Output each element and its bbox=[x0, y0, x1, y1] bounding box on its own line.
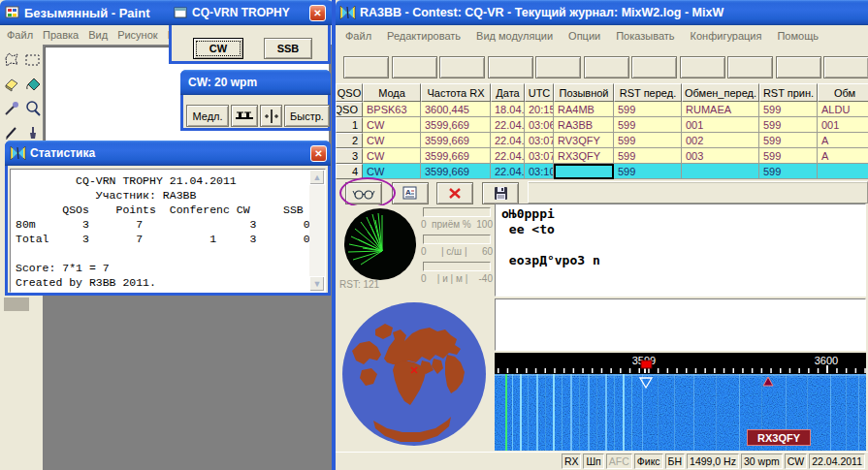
log-rownum[interactable]: 1 bbox=[336, 117, 363, 133]
blank-field-button[interactable] bbox=[439, 56, 485, 78]
log-cell[interactable]: CW bbox=[363, 148, 421, 164]
log-cell[interactable]: 18.04. bbox=[491, 102, 525, 117]
blank-field-button[interactable] bbox=[776, 56, 821, 78]
tx-pane[interactable] bbox=[495, 298, 866, 351]
status-fix[interactable]: Фикс bbox=[634, 454, 663, 469]
log-cell[interactable]: 22.04. bbox=[491, 117, 525, 133]
log-cell[interactable]: 599 bbox=[614, 102, 682, 117]
log-cell[interactable]: 599 bbox=[614, 133, 682, 148]
mixw-menu-options[interactable]: Опции bbox=[563, 30, 606, 42]
globe-map[interactable] bbox=[340, 300, 488, 448]
tool-magnifier[interactable] bbox=[24, 100, 42, 119]
save-qso-button[interactable] bbox=[482, 182, 519, 204]
trophy-cw-button[interactable]: CW bbox=[193, 38, 243, 59]
log-cell[interactable]: 03:07 bbox=[525, 133, 554, 148]
log-cell[interactable]: 599 bbox=[759, 133, 818, 148]
tool-eyedropper[interactable] bbox=[3, 100, 20, 119]
log-cell[interactable]: 03:06 bbox=[525, 117, 554, 133]
log-cell[interactable]: RUMAEA bbox=[682, 102, 759, 117]
status-shp[interactable]: Шп bbox=[583, 454, 603, 469]
status-mode[interactable]: CW bbox=[785, 454, 808, 469]
log-rownum[interactable]: 4 bbox=[336, 164, 363, 179]
paint-menu-view[interactable]: Вид bbox=[83, 29, 113, 41]
log-cell[interactable]: RA4MB bbox=[554, 102, 614, 117]
stats-scrollbar[interactable]: ▲ ▼ bbox=[309, 170, 325, 292]
mixw-menu-show[interactable]: Показывать bbox=[610, 30, 680, 42]
blank-field-button[interactable] bbox=[823, 56, 868, 78]
keyer-manual-button[interactable] bbox=[260, 105, 282, 127]
log-cell[interactable]: 20:15 bbox=[525, 102, 554, 117]
log-rownum[interactable]: 2 bbox=[336, 133, 363, 148]
log-cell[interactable] bbox=[818, 164, 868, 179]
log-cell[interactable]: 599 bbox=[614, 164, 682, 179]
log-header-3[interactable]: Дата bbox=[491, 83, 525, 102]
log-cell[interactable]: 22.04. bbox=[491, 133, 525, 148]
mixw-menu-help[interactable]: Помощь bbox=[771, 30, 824, 42]
log-cell[interactable]: CW bbox=[363, 117, 421, 133]
mixw-menu-edit[interactable]: Редактировать bbox=[381, 30, 466, 42]
log-header-2[interactable]: Частота RX bbox=[421, 83, 491, 102]
blank-field-button[interactable] bbox=[343, 56, 389, 78]
log-header-7[interactable]: Обмен_перед. bbox=[682, 83, 759, 102]
log-cell[interactable]: RV3QFY bbox=[554, 133, 614, 148]
waterfall[interactable]: 3599 3600 RX3QFY bbox=[495, 353, 866, 451]
tool-eraser[interactable] bbox=[3, 76, 20, 95]
status-bn[interactable]: БН bbox=[665, 454, 685, 469]
blank-field-button[interactable] bbox=[392, 56, 437, 78]
trophy-ssb-button[interactable]: SSB bbox=[264, 38, 312, 59]
log-cell[interactable]: 599 bbox=[614, 117, 682, 133]
log-header-4[interactable]: UTC bbox=[525, 83, 554, 102]
status-rx[interactable]: RX bbox=[562, 454, 582, 469]
delete-qso-button[interactable] bbox=[436, 182, 473, 204]
blank-field-button[interactable] bbox=[631, 56, 677, 78]
log-cell[interactable]: RX3QFY bbox=[554, 148, 614, 164]
log-cell[interactable]: 3599,669 bbox=[421, 164, 491, 179]
scroll-up-button[interactable]: ▲ bbox=[309, 170, 325, 185]
status-wpm[interactable]: 30 wpm bbox=[741, 454, 783, 469]
log-header-6[interactable]: RST перед. bbox=[614, 83, 682, 102]
status-afc[interactable]: AFC bbox=[606, 454, 632, 469]
log-cell[interactable]: 03:10 bbox=[525, 164, 554, 179]
log-cell[interactable]: 3599,669 bbox=[421, 148, 491, 164]
log-cell[interactable]: ALDU bbox=[818, 102, 868, 117]
log-cell[interactable]: 001 bbox=[682, 117, 759, 133]
mixw-menu-file[interactable]: Файл bbox=[339, 30, 377, 42]
paint-menu-image[interactable]: Рисунок bbox=[113, 29, 163, 41]
log-cell[interactable]: RA3BB bbox=[554, 117, 614, 133]
toolbar-field[interactable] bbox=[528, 181, 868, 204]
log-cell[interactable]: CW bbox=[363, 133, 421, 148]
log-cell[interactable]: 599 bbox=[759, 148, 818, 164]
tool-freeform-select[interactable] bbox=[3, 51, 20, 71]
scroll-down-button[interactable]: ▼ bbox=[309, 276, 325, 292]
keyer-fast-button[interactable]: Быстр. bbox=[284, 105, 330, 127]
log-cell[interactable]: 3600,445 bbox=[421, 102, 491, 117]
log-cell[interactable]: 599 bbox=[614, 148, 682, 164]
keyer-slow-button[interactable]: Медл. bbox=[186, 105, 229, 127]
log-cell[interactable]: 3599,669 bbox=[421, 133, 491, 148]
blank-field-button[interactable] bbox=[488, 56, 533, 78]
log-cell[interactable]: A bbox=[818, 133, 868, 148]
log-cell[interactable]: 22.04. bbox=[491, 148, 525, 164]
log-cell[interactable]: BPSK63 bbox=[363, 102, 421, 117]
qsl-button[interactable]: A bbox=[392, 182, 429, 204]
rx-pane[interactable]: оЊ0pppi ее <to еозрД°vро3 n bbox=[495, 204, 866, 297]
status-freq[interactable]: 1499,0 Hz bbox=[687, 454, 739, 469]
tool-fill[interactable] bbox=[24, 76, 42, 95]
log-cell[interactable]: 3599,669 bbox=[421, 117, 491, 133]
blank-field-button[interactable] bbox=[680, 56, 725, 78]
log-cell[interactable]: 599 bbox=[759, 102, 818, 117]
log-header-0[interactable]: QSO bbox=[336, 83, 363, 102]
log-cell[interactable]: 002 bbox=[682, 133, 759, 148]
log-cell[interactable]: A bbox=[818, 148, 868, 164]
status-date[interactable]: 22.04.2011 bbox=[809, 454, 865, 469]
mixw-menu-mode[interactable]: Вид модуляции bbox=[470, 30, 559, 42]
tool-rect-select[interactable] bbox=[24, 51, 42, 71]
waterfall-callsign-label[interactable]: RX3QFY bbox=[747, 429, 811, 446]
blank-field-button[interactable] bbox=[535, 56, 581, 78]
log-rownum[interactable]: QSO bbox=[336, 102, 363, 117]
log-cell[interactable]: 599 bbox=[759, 164, 818, 179]
log-header-5[interactable]: Позывной bbox=[554, 83, 614, 102]
log-header-1[interactable]: Мода bbox=[363, 83, 421, 102]
log-cell[interactable]: 001 bbox=[818, 117, 868, 133]
log-cell[interactable]: 599 bbox=[759, 117, 818, 133]
